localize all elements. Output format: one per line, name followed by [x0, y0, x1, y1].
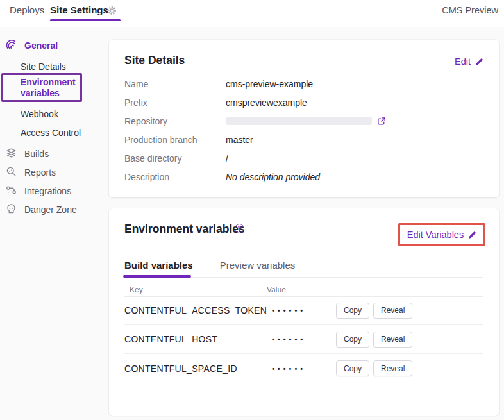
row-actions: Copy Reveal	[336, 303, 412, 319]
sidebar-item-builds[interactable]: Builds	[24, 149, 49, 159]
site-name-label: CMS Preview	[442, 5, 498, 15]
redacted-repository-value	[226, 117, 372, 125]
edit-site-details-button[interactable]: Edit	[455, 56, 483, 67]
danger-zone-skull-icon	[6, 203, 17, 214]
site-settings-page: { "nav": { "tabs": [ { "label": "Deploys…	[0, 0, 504, 420]
field-label: Production branch	[124, 135, 226, 145]
table-row: CONTENTFUL_ACCESS_TOKEN •••••• Copy Reve…	[124, 296, 483, 325]
red-highlight-box: Edit Variables	[398, 223, 485, 246]
sidebar-tree-line	[13, 58, 13, 139]
field-label: Repository	[124, 116, 226, 126]
reports-magnifier-icon	[6, 166, 17, 177]
tab-build-variables[interactable]: Build variables	[124, 260, 193, 271]
environment-variables-title: Environment variables	[124, 223, 245, 236]
tab-deploys[interactable]: Deploys	[10, 4, 44, 15]
edit-label: Edit	[455, 56, 471, 67]
variable-key: CONTENTFUL_SPACE_ID	[124, 364, 272, 374]
help-question-icon[interactable]: ?	[235, 224, 244, 233]
field-label: Description	[124, 172, 226, 182]
reveal-button[interactable]: Reveal	[373, 360, 412, 376]
settings-sidebar: General Site Details Environment variabl…	[0, 27, 109, 420]
field-value: cmspreviewexample	[226, 97, 307, 108]
integrations-flow-icon	[6, 185, 17, 196]
sidebar-item-general[interactable]: General	[24, 40, 58, 51]
field-row-production-branch: Production branch master	[124, 130, 483, 149]
masked-value: ••••••	[272, 307, 336, 314]
environment-variables-card: Environment variables ? Edit Variables B…	[109, 208, 499, 416]
external-link-icon[interactable]	[377, 117, 386, 126]
edit-variables-button[interactable]: Edit Variables	[407, 230, 476, 240]
active-tab-underline	[50, 19, 121, 21]
env-vars-table-header: Key Value	[124, 285, 483, 294]
column-header-value: Value	[267, 285, 286, 294]
field-row-name: Name cms-preview-example	[124, 74, 483, 93]
reveal-button[interactable]: Reveal	[373, 332, 412, 348]
copy-button[interactable]: Copy	[336, 332, 369, 348]
general-swirl-icon	[6, 39, 17, 51]
tab-site-settings[interactable]: Site Settings	[50, 4, 108, 15]
row-actions: Copy Reveal	[336, 360, 412, 376]
field-row-base-directory: Base directory /	[124, 149, 483, 167]
reveal-button[interactable]: Reveal	[373, 303, 412, 319]
field-row-description: Description No description provided	[124, 167, 483, 186]
column-header-key: Key	[124, 285, 267, 294]
pencil-icon	[468, 231, 476, 239]
sidebar-item-access-control[interactable]: Access Control	[21, 128, 81, 138]
sidebar-item-danger-zone[interactable]: Danger Zone	[24, 205, 77, 215]
masked-value: ••••••	[272, 335, 336, 343]
sidebar-item-site-details[interactable]: Site Details	[21, 62, 66, 72]
field-label: Prefix	[124, 97, 226, 108]
sidebar-item-webhook[interactable]: Webhook	[21, 109, 58, 119]
env-vars-tabs: Build variables Preview variables	[124, 260, 295, 271]
field-value: master	[226, 135, 253, 145]
copy-button[interactable]: Copy	[336, 360, 369, 376]
variable-key: CONTENTFUL_ACCESS_TOKEN	[124, 305, 272, 315]
top-nav: Deploys Site Settings CMS Preview	[0, 0, 504, 27]
site-details-fields: Name cms-preview-example Prefix cmsprevi…	[124, 74, 483, 186]
sidebar-item-reports[interactable]: Reports	[24, 167, 56, 178]
env-vars-rows: CONTENTFUL_ACCESS_TOKEN •••••• Copy Reve…	[124, 296, 483, 383]
field-row-prefix: Prefix cmspreviewexample	[124, 93, 483, 112]
active-tab-underline	[123, 275, 191, 278]
field-label: Base directory	[124, 153, 226, 164]
builds-layers-icon	[6, 147, 17, 158]
copy-button[interactable]: Copy	[336, 303, 369, 319]
site-details-card: Site Details Edit Name cms-preview-examp…	[109, 40, 499, 197]
gear-icon	[107, 6, 117, 15]
table-row: CONTENTFUL_HOST •••••• Copy Reveal	[124, 325, 483, 354]
edit-variables-label: Edit Variables	[407, 230, 464, 240]
field-value-repository	[226, 117, 386, 126]
row-actions: Copy Reveal	[336, 332, 412, 348]
sidebar-item-environment-variables[interactable]: Environment variables	[21, 77, 81, 99]
pencil-icon	[475, 58, 483, 66]
variable-key: CONTENTFUL_HOST	[124, 334, 272, 344]
field-value: /	[226, 153, 228, 164]
table-row: CONTENTFUL_SPACE_ID •••••• Copy Reveal	[124, 354, 483, 383]
site-details-title: Site Details	[124, 54, 185, 67]
sidebar-item-integrations[interactable]: Integrations	[24, 186, 71, 196]
field-label: Name	[124, 79, 226, 89]
field-row-repository: Repository	[124, 112, 483, 130]
field-value: cms-preview-example	[226, 79, 313, 89]
field-value: No description provided	[226, 172, 320, 182]
tab-preview-variables[interactable]: Preview variables	[220, 260, 296, 271]
masked-value: ••••••	[272, 365, 336, 373]
